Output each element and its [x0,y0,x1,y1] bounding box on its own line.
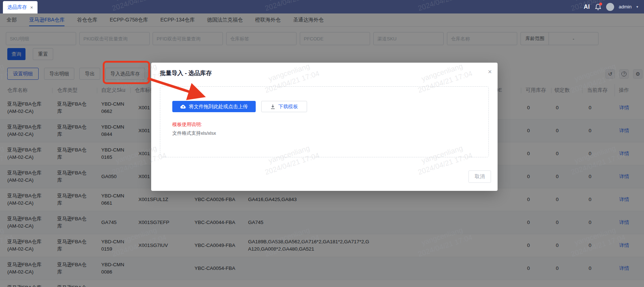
notification-badge [599,3,602,5]
top-bar: 选品库存 × AI admin ▾ [0,0,644,13]
download-icon [270,104,275,109]
open-page-tab[interactable]: 选品库存 × [3,1,38,13]
upload-button-label: 将文件拖到此处或点击上传 [189,103,248,110]
close-tab-icon[interactable]: × [30,5,33,10]
ai-logo[interactable]: AI [584,4,590,10]
avatar[interactable] [606,3,614,11]
notification-bell-icon[interactable] [595,3,601,11]
app-root: 选品库存 × AI admin ▾ 全部亚马逊FBA仓库谷仓仓库ECPP-G75… [0,0,644,287]
download-template-button[interactable]: 下载模板 [261,101,307,112]
annotation-arrow [144,75,211,102]
dialog-close-icon[interactable]: × [488,68,492,75]
username: admin [619,4,632,9]
download-button-label: 下载模板 [278,103,298,110]
cancel-button[interactable]: 取消 [468,170,491,183]
template-note-body: 文件格式支持xls/xlsx [172,130,216,137]
topbar-right: AI admin ▾ [584,3,644,11]
upload-file-button[interactable]: 将文件拖到此处或点击上传 [172,101,256,112]
template-note-title: 模板使用说明: [172,121,202,128]
chevron-down-icon[interactable]: ▾ [636,5,638,9]
cloud-upload-icon [180,104,186,110]
page-tab-label: 选品库存 [7,4,27,11]
annotation-highlight-box [103,61,150,84]
